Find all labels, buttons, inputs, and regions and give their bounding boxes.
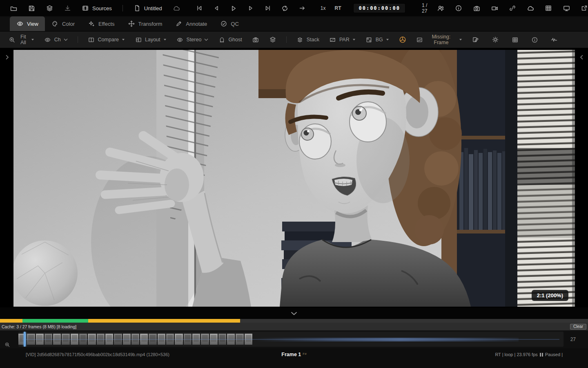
transport-controls (196, 4, 306, 12)
playhead[interactable] (24, 332, 26, 347)
playback-info-text: RT | loop | 23.976 fps (495, 352, 537, 357)
chevron-down-icon (64, 38, 68, 41)
ghost-button[interactable]: Ghost (218, 36, 242, 43)
download-button[interactable] (64, 4, 71, 12)
scopes-button[interactable] (550, 36, 558, 43)
tab-color[interactable]: Color (45, 16, 81, 31)
caret-down-icon (122, 38, 125, 41)
edit-button[interactable] (472, 36, 479, 43)
layout-button[interactable]: Layout (135, 36, 167, 43)
step-forward-icon (247, 4, 254, 12)
cache-segment (88, 319, 240, 323)
tab-qc[interactable]: QC (214, 16, 245, 31)
timeline-zoom-button[interactable] (4, 342, 10, 348)
step-forward-button[interactable] (247, 4, 254, 12)
viewer-viewport[interactable]: 2:1 (200%) (0, 48, 588, 307)
presentation-button[interactable] (563, 4, 570, 12)
qc-check-icon (220, 20, 227, 27)
skip-to-end-button[interactable] (264, 4, 272, 12)
play-icon (230, 4, 237, 12)
tab-transform[interactable]: Transform (121, 16, 169, 31)
stack-button[interactable]: Stack (296, 36, 319, 43)
par-button[interactable]: PAR (329, 36, 356, 43)
chevron-down-icon (291, 312, 297, 315)
monitor-icon (563, 4, 570, 12)
compare-icon (88, 36, 95, 43)
viewer-layers-button[interactable] (269, 36, 276, 43)
chevron-down-icon (204, 38, 208, 41)
layers-button[interactable] (46, 4, 53, 12)
loop-mode-button[interactable] (281, 4, 289, 12)
tab-label: View (27, 21, 38, 27)
sync-cloud-button[interactable] (173, 4, 180, 12)
collaborators-button[interactable] (437, 4, 444, 12)
tab-label: QC (231, 21, 239, 27)
file-actions: Sources Untitled (0, 4, 180, 12)
right-panel-toggle[interactable] (578, 54, 585, 61)
snapshot-button[interactable] (473, 4, 480, 12)
play-direction-button[interactable] (298, 4, 306, 12)
eye-icon (176, 36, 184, 43)
document-title-button[interactable]: Untitled (134, 4, 162, 12)
sources-button[interactable]: Sources (82, 4, 112, 12)
stereo-label: Stereo (187, 37, 202, 43)
play-button[interactable] (230, 4, 237, 12)
grid-overlay-button[interactable] (511, 36, 519, 43)
pen-icon (175, 20, 183, 27)
viewer-snapshot-button[interactable] (252, 36, 259, 43)
tab-view[interactable]: View (10, 16, 45, 31)
chevron-left-icon (580, 55, 583, 60)
left-panel-toggle[interactable] (4, 54, 11, 61)
tab-label: Effects (98, 21, 115, 27)
timeline-collapse-row (0, 307, 588, 319)
skip-to-start-button[interactable] (196, 4, 203, 12)
step-back-button[interactable] (213, 4, 220, 12)
info-icon (531, 36, 538, 43)
tab-annotate[interactable]: Annotate (169, 16, 214, 31)
waveform-icon (550, 36, 558, 43)
current-frame-display[interactable]: Frame 1 F# (281, 352, 306, 357)
grid-icon (545, 4, 552, 12)
timeline-strip[interactable] (18, 332, 564, 347)
timeline-panel: 27 (0, 330, 588, 348)
people-icon (437, 4, 444, 12)
tab-effects[interactable]: Effects (81, 16, 121, 31)
status-bar: [VID] 2d56d82687b78171f50c496bab002bc18d… (0, 348, 588, 368)
timecode-display[interactable]: 00:00:00:00 (353, 3, 405, 13)
fit-mode-button[interactable]: Fit All (8, 34, 34, 45)
realtime-button[interactable]: RT (334, 5, 341, 11)
media-info-button[interactable] (531, 36, 538, 43)
compare-button[interactable]: Compare (88, 36, 125, 43)
color-wheel-button[interactable] (399, 36, 406, 43)
info-button[interactable] (455, 4, 462, 12)
cloud-sync-button[interactable] (527, 4, 534, 12)
open-folder-button[interactable] (10, 4, 17, 12)
caret-down-icon (352, 38, 356, 41)
zoom-fit-icon (8, 36, 16, 43)
pause-icon (540, 353, 543, 357)
popout-button[interactable] (581, 4, 588, 12)
link-button[interactable] (509, 4, 516, 12)
viewport-image[interactable] (13, 50, 575, 307)
eye-icon (44, 36, 51, 43)
sparkle-icon (88, 20, 95, 27)
cache-clear-button[interactable]: Clear (570, 324, 586, 330)
channel-button[interactable]: Ch (44, 36, 68, 43)
grid-view-button[interactable] (545, 4, 552, 12)
collapse-timeline-button[interactable] (291, 312, 297, 315)
arrow-right-icon (298, 4, 306, 12)
cloud-icon (527, 4, 534, 12)
speed-button[interactable]: 1x (321, 5, 326, 11)
missing-frame-button[interactable]: Missing: Frame (416, 34, 462, 45)
record-button[interactable] (491, 4, 498, 12)
stereo-button[interactable]: Stereo (176, 36, 209, 43)
loop-icon (281, 4, 289, 12)
brightness-button[interactable] (492, 36, 499, 43)
viewer-toolbar: Fit All Ch Compare Layout Stereo Ghost S… (0, 31, 588, 48)
sources-icon (82, 4, 89, 12)
caret-down-icon (459, 38, 462, 41)
move-icon (128, 20, 135, 27)
save-button[interactable] (28, 4, 35, 12)
camera-icon (473, 4, 480, 12)
background-button[interactable]: BG (365, 36, 389, 43)
